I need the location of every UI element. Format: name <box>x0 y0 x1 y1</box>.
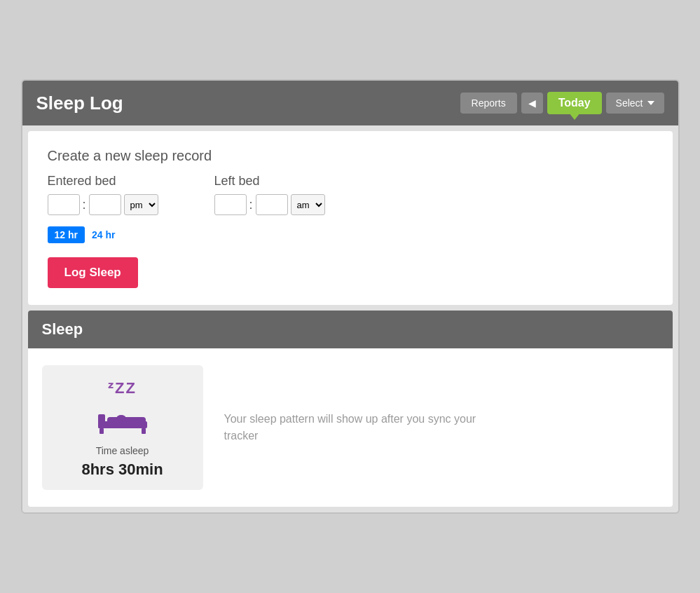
svg-rect-4 <box>107 417 146 425</box>
sleep-zs-icon: ᶻZZ <box>53 379 192 397</box>
svg-point-5 <box>116 415 126 422</box>
select-button[interactable]: Select <box>606 93 664 114</box>
left-min-input[interactable] <box>256 194 288 215</box>
log-sleep-button[interactable]: Log Sleep <box>48 257 138 288</box>
left-bed-group: Left bed : am pm <box>214 174 325 215</box>
nav-back-button[interactable]: ◀ <box>521 93 543 114</box>
create-record-title: Create a new sleep record <box>48 148 653 164</box>
header: Sleep Log Reports ◀ Today Select <box>22 81 678 125</box>
24hr-button[interactable]: 24 hr <box>92 229 115 240</box>
svg-rect-3 <box>98 414 105 428</box>
select-label: Select <box>616 97 643 109</box>
sleep-widget-label: Time asleep <box>53 445 192 456</box>
left-bed-label: Left bed <box>214 174 325 189</box>
sleep-widget-time: 8hrs 30min <box>53 461 192 479</box>
sleep-section-title: Sleep <box>42 320 659 339</box>
entered-bed-group: Entered bed : am pm <box>48 174 158 215</box>
sleep-widget: ᶻZZ Time asleep 8hrs 30min <box>42 365 203 490</box>
sleep-message: Your sleep pattern will show up after yo… <box>224 411 505 444</box>
form-row: Entered bed : am pm Left bed : <box>48 174 653 215</box>
page-title: Sleep Log <box>36 93 123 114</box>
left-ampm-select[interactable]: am pm <box>291 194 325 215</box>
entered-ampm-select[interactable]: am pm <box>124 194 158 215</box>
chevron-down-icon <box>647 101 654 105</box>
left-hour-input[interactable] <box>214 194 247 215</box>
svg-rect-2 <box>142 428 146 434</box>
entered-hour-input[interactable] <box>48 194 80 215</box>
header-controls: Reports ◀ Today Select <box>460 92 664 114</box>
left-bed-time-inputs: : am pm <box>214 194 325 215</box>
entered-min-input[interactable] <box>89 194 121 215</box>
reports-button[interactable]: Reports <box>460 93 517 114</box>
format-row: 12 hr 24 hr <box>48 226 653 243</box>
sleep-bed-icon <box>53 402 192 439</box>
svg-rect-1 <box>99 428 104 434</box>
colon-separator-1: : <box>83 198 86 212</box>
sleep-content: ᶻZZ Time asleep 8hrs 30min <box>28 348 673 507</box>
entered-bed-label: Entered bed <box>48 174 158 189</box>
12hr-button[interactable]: 12 hr <box>48 226 85 243</box>
create-panel: Create a new sleep record Entered bed : … <box>28 131 673 305</box>
today-button[interactable]: Today <box>547 92 602 114</box>
main-container: Sleep Log Reports ◀ Today Select Create … <box>21 79 680 514</box>
entered-bed-time-inputs: : am pm <box>48 194 158 215</box>
colon-separator-2: : <box>249 198 253 212</box>
sleep-section-header: Sleep <box>28 311 673 348</box>
